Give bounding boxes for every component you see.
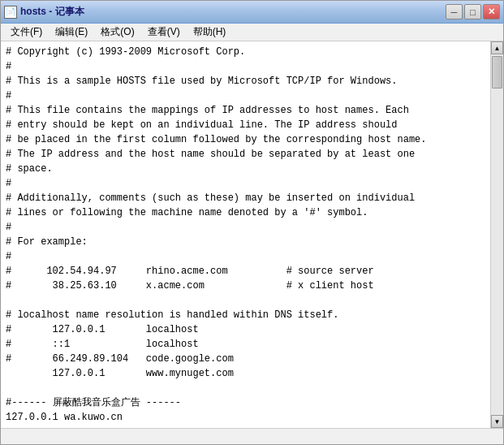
status-bar <box>1 428 503 444</box>
menu-edit[interactable]: 编辑(E) <box>49 24 94 41</box>
menu-format[interactable]: 格式(O) <box>94 24 140 41</box>
vertical-scrollbar[interactable]: ▲ ▼ <box>490 41 503 428</box>
content-area: # Copyright (c) 1993-2009 Microsoft Corp… <box>1 41 503 428</box>
maximize-button[interactable]: □ <box>464 4 481 19</box>
scroll-track[interactable] <box>491 54 503 415</box>
window-controls: ─ □ ✕ <box>446 4 500 19</box>
text-editor[interactable]: # Copyright (c) 1993-2009 Microsoft Corp… <box>1 41 490 428</box>
menu-view[interactable]: 查看(V) <box>141 24 187 41</box>
close-button[interactable]: ✕ <box>483 4 500 19</box>
minimize-button[interactable]: ─ <box>446 4 463 19</box>
menu-help[interactable]: 帮助(H) <box>187 24 233 41</box>
scroll-thumb[interactable] <box>492 56 502 89</box>
window-title: hosts - 记事本 <box>20 5 84 19</box>
title-bar: 📄 hosts - 记事本 ─ □ ✕ <box>1 1 503 24</box>
notepad-window: 📄 hosts - 记事本 ─ □ ✕ 文件(F) 编辑(E) 格式(O) 查看… <box>0 0 504 445</box>
scroll-up-button[interactable]: ▲ <box>491 41 503 54</box>
scroll-down-button[interactable]: ▼ <box>491 415 503 428</box>
menu-file[interactable]: 文件(F) <box>4 24 49 41</box>
title-bar-left: 📄 hosts - 记事本 <box>4 5 84 19</box>
menu-bar: 文件(F) 编辑(E) 格式(O) 查看(V) 帮助(H) <box>1 24 503 41</box>
app-icon: 📄 <box>4 6 17 19</box>
